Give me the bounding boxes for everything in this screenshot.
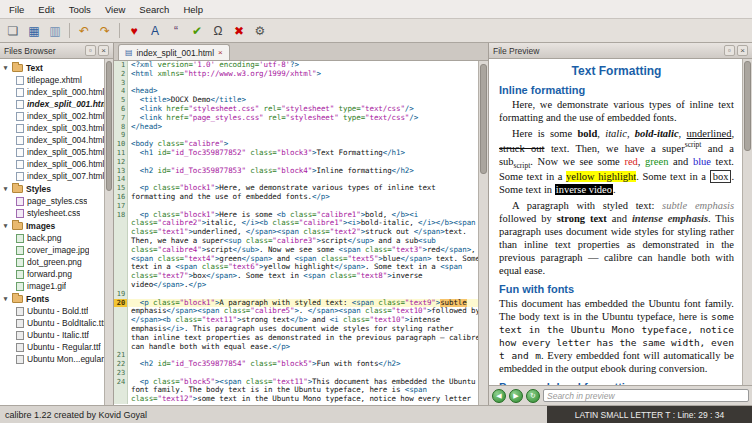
code-row[interactable]: class="text1">underlined, </span><span c… bbox=[114, 228, 478, 237]
file-item[interactable]: Ubuntu Mon...egular.ttf bbox=[0, 353, 104, 365]
file-item[interactable]: titlepage.xhtml bbox=[0, 74, 104, 86]
code-row[interactable]: 3 bbox=[114, 79, 478, 88]
code-row[interactable]: 7 <link href="page_styles.css" rel="styl… bbox=[114, 114, 478, 123]
code-row[interactable]: 16formatting and the use of embedded fon… bbox=[114, 193, 478, 202]
code-token: class= bbox=[246, 167, 277, 175]
code-row[interactable]: emphasis</span><span class="calibre5">. … bbox=[114, 307, 478, 316]
code-row[interactable]: 1<?xml version='1.0' encoding='utf-8'?> bbox=[114, 61, 478, 70]
file-item[interactable]: index_split_004.html bbox=[0, 134, 104, 146]
code-row[interactable]: 4<head> bbox=[114, 87, 478, 96]
file-item[interactable]: Ubuntu - Italic.ttf bbox=[0, 329, 104, 341]
editor-scrollbar[interactable] bbox=[478, 61, 488, 405]
preview-scrollbar[interactable] bbox=[742, 59, 752, 385]
menu-item-help[interactable]: Help bbox=[176, 2, 210, 17]
code-row[interactable]: 2<html xmlns="http://www.w3.org/1999/xht… bbox=[114, 70, 478, 79]
code-row[interactable]: 11 <h1 id="id_Toc359877852" class="block… bbox=[114, 149, 478, 158]
code-row[interactable]: 9 bbox=[114, 131, 478, 140]
toolbar-preferences-button[interactable]: ⚙ bbox=[250, 21, 270, 40]
file-item[interactable]: page_styles.css bbox=[0, 195, 104, 207]
file-item[interactable]: index_split_006.html bbox=[0, 158, 104, 170]
code-row[interactable]: 6 <link href="stylesheet.css" rel="style… bbox=[114, 105, 478, 114]
code-editor[interactable]: 1<?xml version='1.0' encoding='utf-8'?>2… bbox=[114, 61, 488, 405]
toolbar-new-file-button[interactable]: ❏ bbox=[3, 21, 23, 40]
code-row[interactable]: font family. The body text is in the Ubu… bbox=[114, 386, 478, 395]
code-row[interactable]: emphasis</i>. This paragraph uses docume… bbox=[114, 325, 478, 334]
file-item[interactable]: back.png bbox=[0, 232, 104, 244]
code-row[interactable]: 12 bbox=[114, 158, 478, 167]
code-row[interactable]: video</span>.</p> bbox=[114, 281, 478, 290]
toolbar-remove-unused-button[interactable]: ✖ bbox=[229, 21, 249, 40]
tab-close-icon[interactable]: × bbox=[218, 48, 223, 57]
code-row[interactable]: <span class="text4">green</span> and <sp… bbox=[114, 255, 478, 264]
file-item[interactable]: index_split_003.html bbox=[0, 122, 104, 134]
code-row[interactable]: 21 bbox=[114, 351, 478, 360]
files-scrollbar[interactable] bbox=[104, 59, 113, 405]
files-section-images[interactable]: ▾Images bbox=[0, 219, 104, 232]
code-row[interactable]: 8</head> bbox=[114, 123, 478, 132]
file-item[interactable]: index_split_007.html bbox=[0, 170, 104, 182]
preview-refresh-button[interactable]: ↻ bbox=[526, 389, 540, 403]
file-item[interactable]: dot_green.png bbox=[0, 256, 104, 268]
files-scrollbar-thumb[interactable] bbox=[106, 61, 112, 191]
file-item[interactable]: cover_image.jpg bbox=[0, 244, 104, 256]
preview-scrollbar-thumb[interactable] bbox=[744, 61, 751, 151]
code-row[interactable]: 5 <title>DOCX Demo</title> bbox=[114, 96, 478, 105]
float-panel-icon[interactable]: ▫ bbox=[724, 45, 735, 56]
code-row[interactable]: class="calibre2">italic, </i><b class="c… bbox=[114, 219, 478, 228]
toolbar-save-copy-button[interactable]: ▥ bbox=[45, 21, 65, 40]
editor-scrollbar-thumb[interactable] bbox=[480, 64, 487, 174]
code-row[interactable]: 15 <p class="block1">Here, we demonstrat… bbox=[114, 184, 478, 193]
file-item[interactable]: image1.gif bbox=[0, 280, 104, 292]
code-row[interactable]: class="text7">box</span>. Some text in <… bbox=[114, 272, 478, 281]
code-row[interactable]: can handle both with equal ease.</p> bbox=[114, 343, 478, 352]
file-item[interactable]: Ubuntu - BoldItalic.ttf bbox=[0, 317, 104, 329]
code-row[interactable]: 23 bbox=[114, 369, 478, 378]
preview-search-input[interactable] bbox=[543, 389, 749, 402]
code-row[interactable]: 13 <h2 id="id_Toc359877853" class="block… bbox=[114, 167, 478, 176]
code-row[interactable]: 10<body class="calibre"> bbox=[114, 140, 478, 149]
files-section-fonts[interactable]: ▾Fonts bbox=[0, 292, 104, 305]
file-item[interactable]: index_split_005.html bbox=[0, 146, 104, 158]
float-panel-icon[interactable]: ▫ bbox=[85, 45, 96, 56]
close-panel-icon[interactable]: × bbox=[98, 45, 109, 56]
toolbar-embed-fonts-button[interactable]: A bbox=[145, 21, 165, 40]
files-section-text[interactable]: ▾Text bbox=[0, 61, 104, 74]
code-row[interactable]: </span><b class="text11">strong text</b>… bbox=[114, 316, 478, 325]
file-item[interactable]: forward.png bbox=[0, 268, 104, 280]
file-item[interactable]: index_split_000.html bbox=[0, 86, 104, 98]
code-row[interactable]: 17 bbox=[114, 202, 478, 211]
menu-item-search[interactable]: Search bbox=[132, 2, 176, 17]
menu-item-view[interactable]: View bbox=[98, 2, 132, 17]
toolbar-insert-special-character-button[interactable]: Ω bbox=[208, 21, 228, 40]
file-item[interactable]: stylesheet.css bbox=[0, 207, 104, 219]
code-row[interactable]: 14 bbox=[114, 175, 478, 184]
menu-item-tools[interactable]: Tools bbox=[62, 2, 98, 17]
file-item[interactable]: index_split_002.html bbox=[0, 110, 104, 122]
code-row[interactable]: text in a <span class="text6">yellow hig… bbox=[114, 263, 478, 272]
files-section-styles[interactable]: ▾Styles bbox=[0, 182, 104, 195]
code-row[interactable]: class="calibre4">script</sub>. Now we se… bbox=[114, 246, 478, 255]
code-row[interactable]: class="text12">some text in the Ubuntu M… bbox=[114, 395, 478, 404]
toolbar-donate-button[interactable]: ♥ bbox=[124, 21, 144, 40]
toolbar-save-book-button[interactable]: ▦ bbox=[24, 21, 44, 40]
file-item[interactable]: index_split_001.html bbox=[0, 98, 104, 110]
code-row[interactable]: 19 bbox=[114, 290, 478, 299]
menu-item-file[interactable]: File bbox=[2, 2, 31, 17]
code-row[interactable]: than inline text properties as demonstra… bbox=[114, 334, 478, 343]
code-row[interactable]: Then, we have a super<sup class="calibre… bbox=[114, 237, 478, 246]
close-panel-icon[interactable]: × bbox=[737, 45, 748, 56]
code-row[interactable]: 20 <p class="block1">A paragraph with st… bbox=[114, 299, 478, 308]
preview-back-button[interactable]: ◀ bbox=[492, 389, 506, 403]
toolbar-spell-check-button[interactable]: ✔ bbox=[187, 21, 207, 40]
toolbar-redo-button[interactable]: ↷ bbox=[95, 21, 115, 40]
code-row[interactable]: 18 <p class="block1">Here is some <b cla… bbox=[114, 211, 478, 220]
file-item[interactable]: Ubuntu - Bold.ttf bbox=[0, 305, 104, 317]
toolbar-smarten-punctuation-button[interactable]: “ bbox=[166, 21, 186, 40]
preview-forward-button[interactable]: ▶ bbox=[509, 389, 523, 403]
tab-index-split-001[interactable]: ▤ index_split_001.html × bbox=[118, 44, 230, 60]
file-item[interactable]: Ubuntu - Regular.ttf bbox=[0, 341, 104, 353]
code-row[interactable]: 22 <h2 id="id_Toc359877854" class="block… bbox=[114, 360, 478, 369]
toolbar-undo-button[interactable]: ↶ bbox=[74, 21, 94, 40]
code-row[interactable]: 24 <p class="block5"><span class="text11… bbox=[114, 378, 478, 387]
menu-item-edit[interactable]: Edit bbox=[31, 2, 61, 17]
